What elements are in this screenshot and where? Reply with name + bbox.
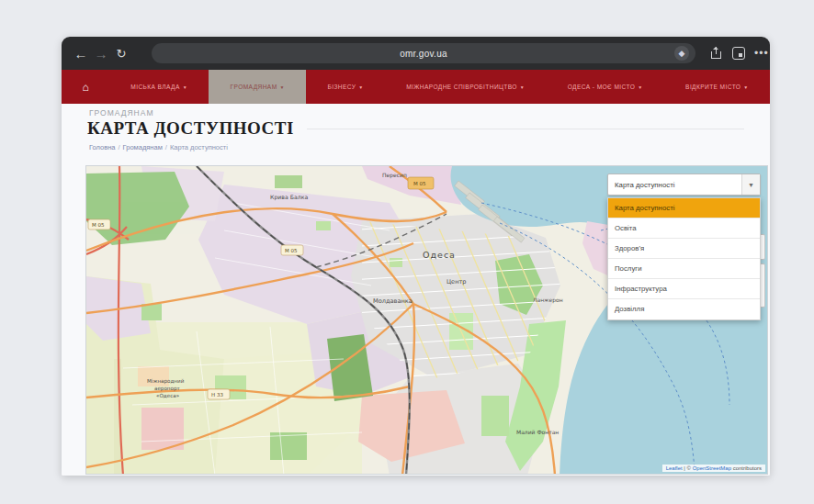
section-eyebrow: ГРОМАДЯНАМ <box>89 108 154 118</box>
option-dozvillia[interactable]: Дозвілля <box>608 299 760 319</box>
extension-icon[interactable]: ◆ <box>674 46 689 61</box>
page-title: КАРТА ДОСТУПНОСТІ <box>87 118 294 139</box>
leaflet-map[interactable]: М 05 М 05 Н 33 М 05 Крива Балка Пересип … <box>85 165 768 475</box>
svg-text:Одеса: Одеса <box>423 250 456 260</box>
browser-toolbar: ← → ↻ omr.gov.ua ◆ ••• <box>62 37 770 70</box>
toolbar-actions: ••• <box>710 47 770 60</box>
option-karta-dostupnosti[interactable]: Карта доступності <box>608 198 760 218</box>
svg-text:Центр: Центр <box>447 278 467 286</box>
leaflet-link[interactable]: Leaflet <box>666 465 683 471</box>
reload-icon[interactable]: ↻ <box>111 47 131 61</box>
svg-text:Малий Фонтан: Малий Фонтан <box>516 429 559 435</box>
map-category-options: Карта доступності Освіта Здоров'я Послуг… <box>607 197 761 320</box>
svg-text:«Одеса»: «Одеса» <box>156 393 179 398</box>
share-icon[interactable] <box>710 47 723 60</box>
chevron-down-icon: ▼ <box>638 84 642 90</box>
svg-text:М 05: М 05 <box>285 248 298 253</box>
nav-item-mizhnarodne[interactable]: МІЖНАРОДНЕ СПІВРОБІТНИЦТВО▼ <box>385 70 547 104</box>
url-text: omr.gov.ua <box>400 49 447 59</box>
forward-icon[interactable]: → <box>91 46 111 62</box>
home-icon[interactable]: ⌂ <box>62 70 109 104</box>
site-navbar: ⌂ МІСЬКА ВЛАДА▼ ГРОМАДЯНАМ▼ БІЗНЕСУ▼ МІЖ… <box>62 70 770 104</box>
nav-item-odesa-moe-misto[interactable]: ОДЕСА - МОЄ МІСТО▼ <box>546 70 663 104</box>
tabs-icon[interactable] <box>732 47 745 60</box>
svg-text:Пересип: Пересип <box>382 172 407 179</box>
svg-text:аеропорт: аеропорт <box>154 386 180 392</box>
title-rule <box>307 129 744 129</box>
nav-item-biznesu[interactable]: БІЗНЕСУ▼ <box>306 70 385 104</box>
back-icon[interactable]: ← <box>71 46 91 62</box>
chevron-down-icon: ▼ <box>741 174 760 195</box>
chevron-down-icon: ▼ <box>280 84 285 90</box>
option-zdorovia[interactable]: Здоров'я <box>608 239 760 259</box>
svg-text:М 05: М 05 <box>92 222 105 228</box>
breadcrumb-hromadianam[interactable]: Громадянам <box>123 143 163 151</box>
chevron-down-icon: ▼ <box>520 84 525 90</box>
chevron-down-icon: ▼ <box>183 84 187 90</box>
osm-link[interactable]: OpenStreetMap <box>693 465 731 471</box>
page-content: ГРОМАДЯНАМ КАРТА ДОСТУПНОСТІ Головна/Гро… <box>62 104 770 476</box>
nav-item-miska-vlada[interactable]: МІСЬКА ВЛАДА▼ <box>109 70 209 104</box>
nav-item-vidkryte-misto[interactable]: ВІДКРИТЕ МІСТО▼ <box>664 70 770 104</box>
svg-text:М 05: М 05 <box>413 181 426 186</box>
breadcrumb: Головна/Громадянам/Карта доступності <box>89 143 228 151</box>
chevron-down-icon: ▼ <box>743 84 748 90</box>
option-posluhy[interactable]: Послуги <box>608 259 760 279</box>
option-infrastruktura[interactable]: Інфраструктура <box>608 279 760 299</box>
nav-item-hromadianam[interactable]: ГРОМАДЯНАМ▼ <box>209 70 306 104</box>
option-osvita[interactable]: Освіта <box>608 218 760 239</box>
address-bar[interactable]: omr.gov.ua ◆ <box>152 43 695 63</box>
svg-text:Н 33: Н 33 <box>211 392 223 398</box>
breadcrumb-home[interactable]: Головна <box>89 143 116 151</box>
svg-text:Крива Балка: Крива Балка <box>270 194 308 201</box>
browser-window: ← → ↻ omr.gov.ua ◆ ••• ⌂ МІСЬКА ВЛАДА▼ Г… <box>62 37 770 476</box>
menu-icon[interactable]: ••• <box>754 47 769 60</box>
svg-text:Молдаванка: Молдаванка <box>373 297 413 305</box>
map-attribution: Leaflet | © OpenStreetMap contributors <box>662 465 765 472</box>
svg-text:Міжнародний: Міжнародний <box>147 378 185 385</box>
svg-text:Ланжерон: Ланжерон <box>533 297 563 304</box>
breadcrumb-current: Карта доступності <box>170 143 228 151</box>
chevron-down-icon: ▼ <box>358 84 363 90</box>
select-value: Карта доступності <box>608 181 741 189</box>
map-category-select[interactable]: Карта доступності ▼ <box>607 174 761 196</box>
